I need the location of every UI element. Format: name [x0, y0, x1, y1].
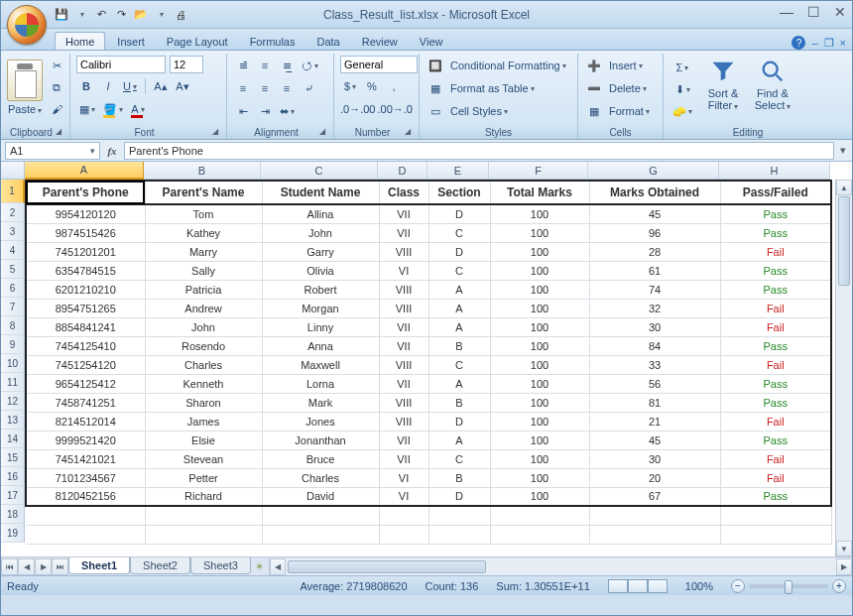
fill-icon[interactable]: ⬇ [670, 79, 695, 99]
clear-icon[interactable]: 🧽 [670, 101, 695, 121]
cell[interactable]: 100 [490, 336, 589, 355]
row-header[interactable]: 1 [1, 180, 25, 203]
cell[interactable]: James [145, 412, 262, 431]
ribbon-tab-formulas[interactable]: Formulas [240, 33, 305, 50]
cell[interactable]: David [262, 487, 379, 506]
cell[interactable]: Fail [720, 355, 831, 374]
ribbon-tab-home[interactable]: Home [55, 32, 105, 50]
decrease-indent-icon[interactable]: ⇤ [233, 101, 253, 121]
row-header[interactable]: 9 [1, 335, 25, 354]
view-normal-icon[interactable] [608, 579, 628, 593]
cell[interactable]: Fail [720, 242, 831, 261]
save-icon[interactable]: 💾 [53, 6, 70, 24]
insert-cells-icon[interactable]: ➕ [584, 56, 604, 75]
align-middle-icon[interactable]: ≡ [255, 56, 275, 75]
cell[interactable]: C [428, 261, 490, 280]
decrease-decimal-icon[interactable]: .00→.0 [378, 99, 414, 119]
name-box[interactable]: A1▾ [5, 142, 100, 160]
cell[interactable]: Pass [720, 336, 831, 355]
cell[interactable]: 100 [490, 299, 589, 317]
column-header[interactable]: G [588, 162, 719, 180]
font-launcher-icon[interactable]: ◢ [212, 127, 218, 136]
row-header[interactable]: 5 [1, 260, 25, 279]
office-button[interactable] [7, 5, 47, 45]
cell[interactable] [589, 506, 720, 525]
cell[interactable]: Marry [145, 242, 262, 261]
cell[interactable] [145, 525, 262, 544]
formula-expand-icon[interactable]: ▾ [834, 144, 852, 157]
cell[interactable]: VII [379, 204, 428, 223]
cell[interactable]: 100 [490, 431, 589, 449]
grow-font-icon[interactable]: A▴ [151, 76, 171, 96]
cell[interactable]: A [428, 431, 490, 449]
cell[interactable]: VII [379, 431, 428, 449]
align-top-icon[interactable]: ≡̄ [233, 56, 253, 75]
borders-icon[interactable]: ▦ [76, 99, 98, 119]
minimize-button[interactable]: — [780, 5, 793, 19]
cell[interactable]: 30 [589, 449, 720, 468]
fill-color-icon[interactable]: 🪣 [100, 99, 126, 119]
cell[interactable]: VII [379, 374, 428, 393]
cell[interactable]: 33 [589, 355, 720, 374]
cell[interactable]: VIII [379, 299, 428, 317]
cell[interactable] [490, 506, 589, 525]
cell[interactable]: 45 [589, 431, 720, 449]
cell[interactable]: 61 [589, 261, 720, 280]
font-color-icon[interactable]: A [128, 99, 148, 119]
percent-format-icon[interactable]: % [362, 76, 382, 96]
row-header[interactable]: 4 [1, 241, 25, 260]
italic-button[interactable]: I [98, 76, 118, 96]
column-header[interactable]: A [25, 162, 144, 180]
cell[interactable]: 9954120120 [26, 204, 145, 223]
cell[interactable]: Fail [720, 299, 831, 317]
format-button[interactable]: Format [606, 101, 653, 121]
cell[interactable]: Pass [720, 487, 831, 506]
cell[interactable]: 7451254120 [26, 355, 145, 374]
workbook-close-icon[interactable]: × [840, 37, 846, 49]
cell[interactable]: Charles [262, 468, 379, 487]
workbook-restore-icon[interactable]: ❐ [824, 37, 834, 50]
underline-button[interactable]: U [120, 76, 140, 96]
cell-styles-icon[interactable]: ▭ [426, 101, 445, 121]
cell[interactable]: VIII [379, 355, 428, 374]
format-painter-icon[interactable]: 🖌 [47, 99, 66, 119]
row-header[interactable]: 11 [1, 373, 25, 392]
cell[interactable]: 84 [589, 336, 720, 355]
cell[interactable]: VIII [379, 412, 428, 431]
cell[interactable]: Rosendo [145, 336, 262, 355]
clipboard-launcher-icon[interactable]: ◢ [56, 127, 61, 136]
row-header[interactable]: 18 [1, 505, 25, 524]
cell[interactable]: Elsie [145, 431, 262, 449]
cell[interactable]: D [428, 204, 490, 223]
cell[interactable]: 20 [589, 468, 720, 487]
cell[interactable]: 7101234567 [26, 468, 145, 487]
open-recent-dropdown[interactable] [152, 6, 170, 24]
column-header[interactable]: H [719, 162, 830, 180]
cell[interactable]: Anna [262, 336, 379, 355]
sort-filter-button[interactable]: Sort & Filter [701, 56, 745, 121]
number-format-combo[interactable] [340, 56, 418, 73]
cell[interactable]: Kathey [145, 223, 262, 242]
hscroll-thumb[interactable] [288, 560, 486, 573]
cell[interactable]: Fail [720, 412, 831, 431]
cell[interactable]: Pass [720, 374, 831, 393]
cell[interactable]: A [428, 280, 490, 299]
cell[interactable] [379, 506, 428, 525]
vertical-scrollbar[interactable]: ▲ ▼ [835, 180, 852, 556]
sheet-nav-prev-icon[interactable]: ◀ [18, 558, 35, 575]
cell[interactable]: John [145, 317, 262, 336]
cell[interactable]: Fail [720, 317, 831, 336]
header-cell[interactable]: Parent's Phone [26, 181, 145, 204]
cell[interactable]: 8954751265 [26, 299, 145, 317]
scroll-right-icon[interactable]: ▶ [836, 558, 852, 575]
font-name-combo[interactable] [76, 56, 166, 73]
cell[interactable]: D [428, 242, 490, 261]
wrap-text-icon[interactable]: ⤶ [299, 78, 318, 98]
orientation-icon[interactable]: ⭯ [299, 56, 321, 75]
cell[interactable] [428, 506, 490, 525]
cell[interactable]: VI [379, 261, 428, 280]
row-header[interactable]: 16 [1, 467, 25, 486]
cell[interactable]: A [428, 374, 490, 393]
cell[interactable]: VIII [379, 393, 428, 412]
row-header[interactable]: 19 [1, 524, 25, 543]
